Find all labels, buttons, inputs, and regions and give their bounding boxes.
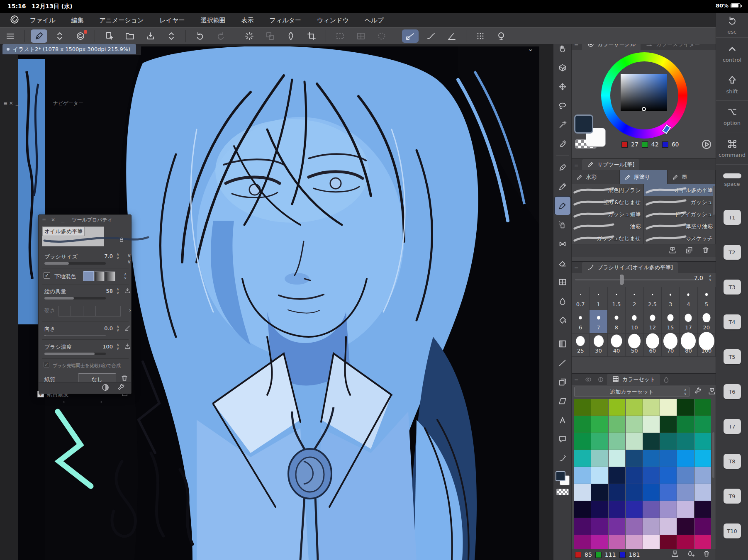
subtool-brush[interactable]: オイル多め平筆 bbox=[644, 184, 716, 196]
subtool-group-1[interactable]: 厚塗り bbox=[620, 170, 668, 184]
toolbar-folder-icon[interactable] bbox=[122, 29, 138, 43]
foreground-color-swatch[interactable] bbox=[574, 114, 593, 134]
toolbar-undo-icon[interactable] bbox=[192, 29, 208, 43]
add-color-icon[interactable] bbox=[687, 550, 695, 560]
brush-size-1[interactable]: 1 bbox=[590, 287, 607, 310]
sv-marker[interactable] bbox=[642, 107, 646, 111]
saturation-value-box[interactable] bbox=[621, 74, 667, 111]
tool-shear-icon[interactable] bbox=[555, 392, 570, 410]
palette-color[interactable] bbox=[591, 416, 608, 433]
brush-size-12[interactable]: 12 bbox=[644, 310, 662, 334]
subtool-group-0[interactable]: 水彩 bbox=[572, 170, 620, 184]
current-subtool-plate[interactable]: オイル多め平筆 bbox=[42, 226, 104, 246]
menu-3[interactable]: レイヤー bbox=[160, 17, 185, 24]
tool-balloon-icon[interactable] bbox=[555, 430, 570, 448]
subtool-brush[interactable]: 混色円ブラシ bbox=[572, 184, 644, 196]
edge-key-control[interactable]: control bbox=[716, 37, 748, 69]
palette-color[interactable] bbox=[677, 416, 694, 433]
brush-size-30[interactable]: 30 bbox=[590, 334, 607, 357]
direction-stepper[interactable]: ∧∨ bbox=[115, 325, 121, 333]
tool-ribbon-icon[interactable] bbox=[555, 235, 570, 253]
register-color-icon[interactable] bbox=[671, 550, 679, 560]
palette-color[interactable] bbox=[643, 501, 660, 518]
palette-color[interactable] bbox=[591, 484, 608, 501]
approximate-color-icon[interactable] bbox=[660, 375, 672, 384]
brush-size-15[interactable]: 15 bbox=[662, 310, 680, 334]
tool-wand-icon[interactable] bbox=[555, 116, 570, 134]
palette-color[interactable] bbox=[694, 501, 711, 518]
palette-color[interactable] bbox=[609, 416, 625, 433]
tool-airbrush-icon[interactable] bbox=[555, 216, 570, 234]
tool-gradsq-icon[interactable] bbox=[555, 335, 570, 353]
tool-drop-icon[interactable] bbox=[555, 292, 570, 310]
import-color-set-icon[interactable] bbox=[708, 387, 716, 397]
palette-color[interactable] bbox=[677, 450, 694, 467]
brush-size-value[interactable]: 7.0 bbox=[694, 275, 703, 281]
menu-1[interactable]: 編集 bbox=[71, 17, 83, 24]
scrollbar[interactable] bbox=[713, 186, 715, 215]
toolbar-keypad-icon[interactable] bbox=[472, 29, 489, 43]
brush-size-slider[interactable] bbox=[44, 262, 106, 265]
toolbar-csp-icon[interactable] bbox=[72, 29, 89, 43]
toolbar-spinner-icon[interactable] bbox=[241, 29, 258, 43]
palette-color[interactable] bbox=[626, 467, 642, 484]
dynamics-icon[interactable] bbox=[124, 343, 131, 351]
edge-key-T8[interactable]: T8 bbox=[716, 444, 748, 479]
color-set-dropdown[interactable]: 追加カラーセット ∧∨ bbox=[574, 387, 690, 397]
edge-key-option[interactable]: option bbox=[716, 100, 748, 132]
toolbar-marquee-icon[interactable] bbox=[332, 29, 348, 43]
edge-key-T9[interactable]: T9 bbox=[716, 479, 748, 514]
toolbar-circdash-icon[interactable] bbox=[373, 29, 390, 43]
clip-studio-logo-icon[interactable] bbox=[9, 14, 20, 27]
palette-color[interactable] bbox=[677, 518, 694, 535]
tool-layers-icon[interactable] bbox=[555, 373, 570, 391]
subtool-brush[interactable]: ◇スケッチ bbox=[644, 232, 716, 244]
palette-color[interactable] bbox=[677, 399, 694, 416]
mix-mode-1-button[interactable] bbox=[83, 271, 94, 281]
menu-8[interactable]: ヘルプ bbox=[365, 17, 384, 24]
palette-color[interactable] bbox=[643, 518, 660, 535]
edge-key-space[interactable]: space bbox=[716, 164, 748, 196]
palette-color[interactable] bbox=[591, 399, 608, 416]
brush-size-3[interactable]: 3 bbox=[662, 287, 680, 310]
palette-color[interactable] bbox=[677, 484, 694, 501]
edge-key-esc[interactable]: esc bbox=[716, 12, 748, 37]
paint-amount-slider[interactable] bbox=[44, 297, 106, 299]
brush-size-2[interactable]: 2 bbox=[626, 287, 643, 310]
palette-color[interactable] bbox=[626, 484, 642, 501]
edge-key-T10[interactable]: T10 bbox=[716, 514, 748, 548]
palette-color[interactable] bbox=[609, 399, 625, 416]
brush-size-20[interactable]: 20 bbox=[698, 310, 716, 334]
palette-color[interactable] bbox=[694, 399, 711, 416]
trash-icon[interactable] bbox=[702, 550, 711, 560]
edge-key-T7[interactable]: T7 bbox=[716, 409, 748, 444]
toolbar-menu-icon[interactable] bbox=[2, 29, 19, 43]
mix-ground-checkbox[interactable]: ✓ bbox=[44, 272, 50, 279]
density-stepper[interactable]: ∧∨ bbox=[115, 343, 121, 351]
transparent-color-swatch[interactable] bbox=[556, 489, 569, 495]
palette-color[interactable] bbox=[574, 450, 591, 467]
brush-size-7[interactable]: 7 bbox=[590, 310, 607, 334]
menu-0[interactable]: ファイル bbox=[30, 17, 55, 24]
palette-color[interactable] bbox=[643, 433, 660, 450]
canvas-tab[interactable]: イラスト2* (1078 x 1500px 300dpi 215.9%) bbox=[2, 44, 136, 54]
menu-7[interactable]: ウィンドウ bbox=[317, 17, 349, 24]
duplicate-icon[interactable] bbox=[685, 246, 693, 256]
brush-size-1.5[interactable]: 1.5 bbox=[608, 287, 626, 310]
palette-color[interactable] bbox=[591, 518, 608, 535]
toolbar-pageplus-icon[interactable] bbox=[101, 29, 117, 43]
palette-color[interactable] bbox=[677, 433, 694, 450]
slider-toggle-icon[interactable]: ∨∨ bbox=[127, 252, 131, 265]
palette-color[interactable] bbox=[609, 433, 625, 450]
edge-key-command[interactable]: command bbox=[716, 132, 748, 164]
panel-menu-icon[interactable]: ≡ bbox=[574, 162, 579, 168]
edit-color-set-icon[interactable] bbox=[694, 387, 702, 397]
edge-key-T1[interactable]: T1 bbox=[716, 200, 748, 235]
tool-eyedrop-icon[interactable] bbox=[555, 135, 570, 153]
panel-menu-icon[interactable]: ≡ bbox=[574, 265, 579, 271]
toolbar-snapline-icon[interactable] bbox=[402, 29, 419, 43]
palette-color[interactable] bbox=[609, 450, 625, 467]
toolbar-snapangle-icon[interactable] bbox=[443, 29, 460, 43]
combine-checkbox[interactable]: ✓ bbox=[44, 362, 49, 368]
direction-value[interactable]: 0.0 bbox=[104, 325, 113, 331]
